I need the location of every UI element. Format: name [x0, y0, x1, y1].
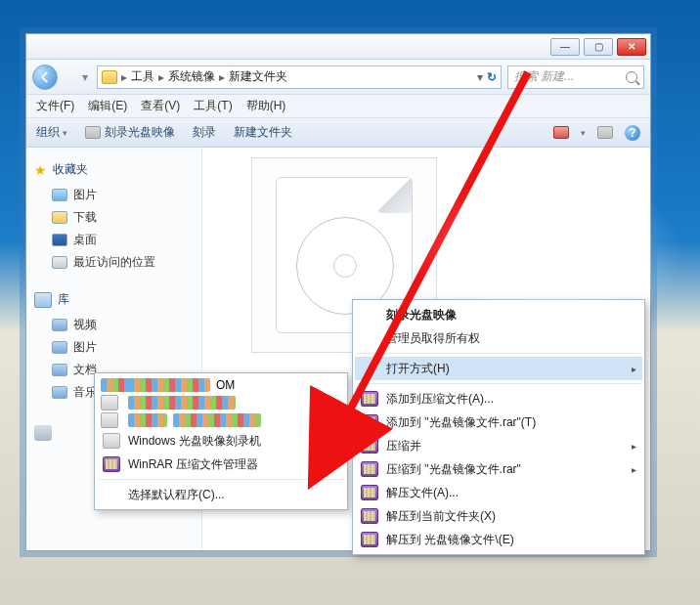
menu-item-compress-to-rar[interactable]: 压缩到 "光盘镜像文件.rar": [355, 457, 642, 481]
menu-item-add-archive[interactable]: 添加到压缩文件(A)...: [355, 387, 642, 411]
breadcrumb[interactable]: 系统镜像: [168, 68, 215, 85]
menu-item-extract[interactable]: 解压文件(A)...: [355, 481, 642, 504]
close-button[interactable]: ✕: [617, 38, 646, 56]
refresh-icon[interactable]: ↻: [487, 70, 497, 84]
menu-item-admin-own[interactable]: 管理员取得所有权: [355, 326, 642, 350]
new-folder-button[interactable]: 新建文件夹: [234, 124, 292, 141]
menu-help[interactable]: 帮助(H): [246, 98, 286, 114]
favorites-header[interactable]: ★收藏夹: [34, 161, 194, 178]
address-dropdown-icon[interactable]: ▾: [477, 70, 483, 84]
breadcrumb[interactable]: 工具: [131, 68, 154, 85]
app-icon: [101, 395, 118, 411]
homegroup-icon: [34, 425, 52, 441]
help-icon[interactable]: ?: [625, 125, 640, 141]
recent-locations-dropdown[interactable]: ▾: [79, 67, 91, 87]
desktop-icon: [52, 234, 67, 246]
minimize-button[interactable]: —: [550, 38, 580, 56]
menu-item-winrar[interactable]: WinRAR 压缩文件管理器: [97, 453, 345, 476]
menu-file[interactable]: 文件(F): [36, 98, 74, 114]
winrar-icon: [361, 485, 378, 500]
breadcrumb[interactable]: 新建文件夹: [229, 68, 287, 85]
libraries-icon: [34, 292, 52, 308]
winrar-icon: [361, 508, 378, 524]
address-bar[interactable]: ▸ 工具 ▸ 系统镜像 ▸ 新建文件夹 ▾ ↻: [97, 65, 502, 89]
folder-icon: [102, 70, 117, 84]
breadcrumb-sep: ▸: [121, 70, 127, 84]
disc-icon: [85, 126, 101, 139]
menu-item-redacted[interactable]: OM: [97, 376, 345, 394]
burner-icon: [103, 433, 120, 449]
context-menu: 刻录光盘映像 管理员取得所有权 打开方式(H) 添加到压缩文件(A)... 添加…: [352, 299, 645, 555]
winrar-icon: [361, 391, 378, 407]
documents-icon: [52, 364, 67, 376]
menu-item-extract-to[interactable]: 解压到 光盘镜像文件\(E): [355, 528, 642, 551]
winrar-icon: [361, 414, 378, 430]
sidebar-item-pictures[interactable]: 图片: [32, 184, 196, 206]
pictures-icon: [52, 189, 67, 201]
sidebar-item-video[interactable]: 视频: [32, 314, 196, 336]
sidebar-item-recent[interactable]: 最近访问的位置: [32, 251, 196, 274]
toolbar: 组织 刻录光盘映像 刻录 新建文件夹 ▾ ?: [26, 118, 650, 148]
navigation-row: ▾ ▸ 工具 ▸ 系统镜像 ▸ 新建文件夹 ▾ ↻ 搜索 新建...: [26, 60, 650, 95]
menu-item-burn-image[interactable]: 刻录光盘映像: [355, 303, 642, 326]
recent-icon: [52, 256, 67, 269]
winrar-icon: [361, 461, 378, 477]
video-icon: [52, 319, 67, 331]
music-icon: [52, 386, 67, 399]
back-button[interactable]: [32, 65, 58, 90]
menu-item-redacted[interactable]: [97, 394, 345, 411]
winrar-icon: [361, 438, 378, 454]
pictures-icon: [52, 341, 67, 354]
winrar-icon: [103, 456, 120, 472]
open-with-submenu: OM Windows 光盘映像刻录机 WinRAR 压缩文件管理器 选择默认程序…: [94, 372, 348, 510]
maximize-button[interactable]: ▢: [584, 38, 613, 56]
sidebar-item-desktop[interactable]: 桌面: [32, 229, 196, 251]
app-icon: [101, 412, 118, 428]
libraries-header[interactable]: 库: [34, 291, 194, 308]
menu-item-redacted[interactable]: [97, 411, 345, 429]
menu-tools[interactable]: 工具(T): [194, 98, 232, 114]
menu-view[interactable]: 查看(V): [141, 98, 180, 114]
winrar-icon: [361, 532, 378, 547]
burn-button[interactable]: 刻录: [193, 124, 216, 141]
organize-dropdown[interactable]: 组织: [36, 124, 67, 141]
menu-edit[interactable]: 编辑(E): [88, 98, 127, 114]
sidebar-item-downloads[interactable]: 下载: [32, 206, 196, 229]
burn-image-button[interactable]: 刻录光盘映像: [85, 124, 175, 141]
star-icon: ★: [34, 162, 47, 178]
search-input[interactable]: 搜索 新建...: [507, 65, 644, 89]
view-icon[interactable]: [553, 126, 569, 139]
search-placeholder: 搜索 新建...: [514, 68, 574, 85]
menu-item-open-with[interactable]: 打开方式(H): [355, 357, 642, 380]
downloads-icon: [52, 211, 67, 224]
search-icon: [626, 71, 637, 83]
menu-item-choose-default[interactable]: 选择默认程序(C)...: [97, 483, 345, 506]
titlebar[interactable]: — ▢ ✕: [26, 34, 650, 60]
preview-pane-icon[interactable]: [597, 126, 613, 139]
menu-item-add-to-rar[interactable]: 添加到 "光盘镜像文件.rar"(T): [355, 411, 642, 434]
menu-item-extract-here[interactable]: 解压到当前文件夹(X): [355, 504, 642, 528]
menu-item-windows-burner[interactable]: Windows 光盘映像刻录机: [97, 429, 345, 453]
sidebar-item-pictures-lib[interactable]: 图片: [32, 336, 196, 359]
menu-item-compress-and[interactable]: 压缩并: [355, 434, 642, 457]
menu-bar: 文件(F) 编辑(E) 查看(V) 工具(T) 帮助(H): [26, 95, 650, 118]
